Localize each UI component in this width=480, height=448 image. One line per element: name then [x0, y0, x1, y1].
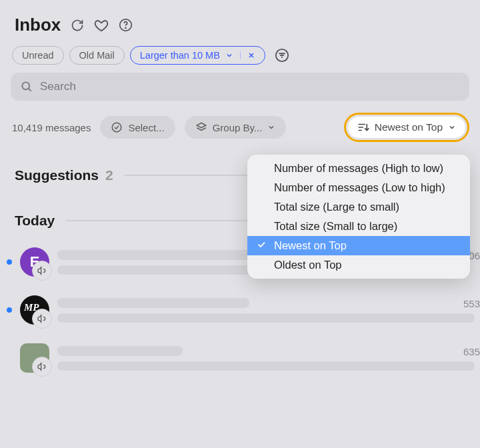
option-label: Oldest on Top — [274, 259, 342, 271]
sort-dropdown: Number of messages (High to low) Number … — [247, 155, 470, 279]
svg-point-4 — [113, 123, 122, 132]
group-by-button[interactable]: Group By... — [185, 116, 287, 139]
megaphone-icon — [37, 361, 47, 372]
sort-option[interactable]: Oldest on Top — [247, 255, 470, 275]
refresh-icon[interactable] — [70, 18, 85, 33]
sort-button-highlight: Newest on Top — [344, 113, 469, 142]
option-label: Total size (Small to large) — [274, 220, 397, 232]
check-circle-icon — [111, 121, 123, 133]
sort-option[interactable]: Number of messages (Low to high) — [247, 178, 470, 197]
filter-chip-clear[interactable] — [240, 51, 259, 59]
option-label: Number of messages (High to low) — [274, 162, 443, 174]
filter-chip-oldmail[interactable]: Old Mail — [69, 46, 125, 65]
search-icon — [20, 80, 33, 93]
chevron-down-icon — [267, 123, 275, 131]
page-title: Inbox — [15, 15, 61, 35]
option-label: Number of messages (Low to high) — [274, 181, 445, 193]
row-number: 635 — [463, 346, 480, 357]
search-input[interactable]: Search — [11, 73, 469, 101]
megaphone-icon — [37, 313, 47, 324]
avatar — [20, 343, 49, 373]
group-by-label: Group By... — [213, 122, 263, 133]
search-placeholder: Search — [40, 80, 76, 93]
filter-menu-icon[interactable] — [275, 48, 289, 63]
avatar: E — [20, 247, 49, 277]
chip-label: Larger than 10 MB — [140, 50, 220, 61]
help-icon[interactable] — [118, 18, 133, 33]
select-button[interactable]: Select... — [100, 116, 175, 139]
list-item[interactable]: 635 — [0, 334, 480, 382]
checkmark-icon — [257, 240, 266, 249]
sort-label: Newest on Top — [375, 121, 443, 133]
close-icon — [247, 51, 255, 59]
message-count: 10,419 messages — [12, 122, 91, 133]
announcement-badge — [32, 357, 52, 377]
chip-label: Unread — [22, 50, 54, 61]
chevron-down-icon — [448, 123, 456, 131]
announcement-badge — [32, 261, 52, 281]
svg-point-1 — [125, 27, 126, 28]
unread-dot-icon — [7, 307, 12, 313]
filter-chip-unread[interactable]: Unread — [12, 46, 64, 65]
svg-point-3 — [22, 82, 29, 89]
avatar: MP — [20, 295, 49, 325]
announcement-badge — [32, 309, 52, 329]
section-title: Suggestions — [15, 167, 99, 183]
filter-chip-larger-than-10mb[interactable]: Larger than 10 MB — [130, 46, 265, 65]
heart-icon[interactable] — [94, 18, 109, 33]
section-count: 2 — [105, 167, 113, 183]
row-preview — [57, 298, 480, 323]
chip-label: Old Mail — [79, 50, 115, 61]
sort-option-selected[interactable]: Newest on Top — [247, 236, 470, 255]
sort-option[interactable]: Number of messages (High to low) — [247, 159, 470, 178]
select-label: Select... — [128, 122, 164, 133]
sort-option[interactable]: Total size (Small to large) — [247, 217, 470, 236]
filter-row: Unread Old Mail Larger than 10 MB — [0, 42, 480, 73]
list-item[interactable]: MP 553 — [0, 286, 480, 334]
sort-option[interactable]: Total size (Large to small) — [247, 197, 470, 217]
sort-icon — [357, 121, 369, 133]
sort-button[interactable]: Newest on Top — [348, 117, 465, 138]
layers-icon — [195, 121, 207, 133]
option-label: Newest on Top — [274, 239, 347, 251]
section-title: Today — [15, 213, 55, 229]
row-number: 553 — [463, 298, 480, 309]
chevron-down-icon — [225, 51, 233, 59]
unread-dot-icon — [7, 259, 12, 265]
controls-row: 10,419 messages Select... Group By... Ne… — [0, 101, 480, 149]
megaphone-icon — [37, 265, 47, 276]
option-label: Total size (Large to small) — [274, 201, 399, 213]
header: Inbox — [0, 0, 480, 42]
row-preview — [57, 346, 480, 371]
